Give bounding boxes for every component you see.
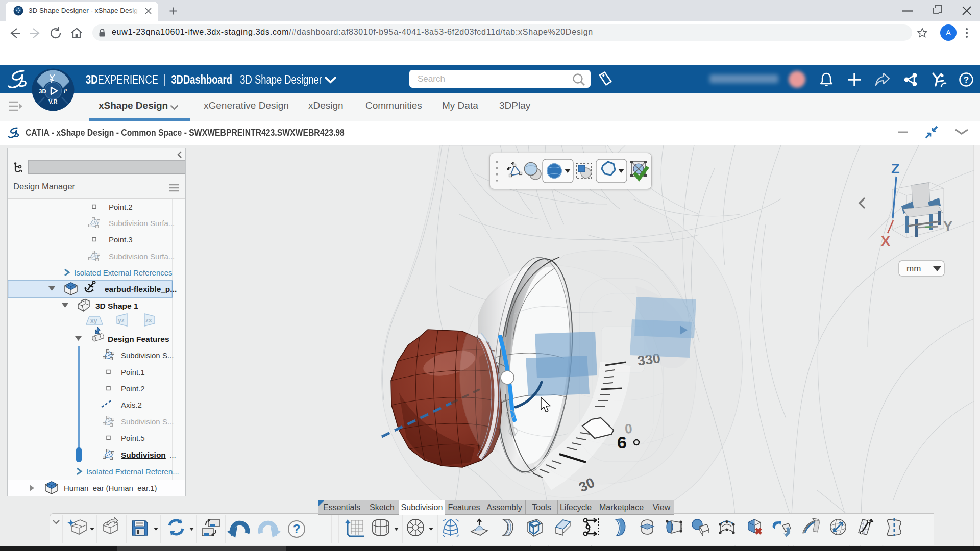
svg-text:Design Features: Design Features: [108, 335, 169, 343]
svg-text:Point.2: Point.2: [109, 203, 133, 211]
svg-text:Subdivision Surfa...: Subdivision Surfa...: [109, 219, 175, 228]
svg-text:Human_ear (Human_ear.1): Human_ear (Human_ear.1): [64, 484, 157, 492]
svg-text:Subdivision Surfa...: Subdivision Surfa...: [109, 252, 175, 261]
svg-text:Subdivision S...: Subdivision S...: [121, 351, 174, 360]
svg-text:Z: Z: [891, 161, 900, 177]
svg-text:xy: xy: [90, 317, 97, 324]
svg-text:...: ...: [169, 450, 176, 459]
svg-text:Point.1: Point.1: [121, 368, 145, 377]
svg-text:Subdivision S...: Subdivision S...: [121, 417, 174, 426]
svg-text:Point.5: Point.5: [121, 434, 145, 442]
svg-text:Subdivision: Subdivision: [121, 450, 166, 459]
svg-text:V.R: V.R: [48, 98, 57, 105]
svg-text:yz: yz: [118, 317, 125, 324]
svg-text:Isolated External Referen...: Isolated External Referen...: [86, 467, 179, 476]
svg-text:Isolated External References: Isolated External References: [74, 268, 173, 277]
svg-text:Y: Y: [943, 219, 952, 234]
svg-text:6: 6: [617, 433, 627, 452]
svg-text:mm: mm: [906, 264, 921, 273]
svg-text:3D Shape 1: 3D Shape 1: [95, 302, 138, 310]
svg-text:Point.2: Point.2: [121, 384, 145, 393]
svg-text:Axis.2: Axis.2: [121, 400, 142, 409]
svg-text:?: ?: [293, 522, 301, 536]
svg-text:Point.3: Point.3: [109, 235, 133, 244]
svg-text:X: X: [881, 234, 890, 249]
svg-text:?: ?: [964, 75, 969, 85]
svg-text:3D: 3D: [39, 88, 46, 94]
svg-text:zx: zx: [145, 317, 152, 324]
svg-text:earbud-flexible_p...: earbud-flexible_p...: [105, 285, 177, 293]
